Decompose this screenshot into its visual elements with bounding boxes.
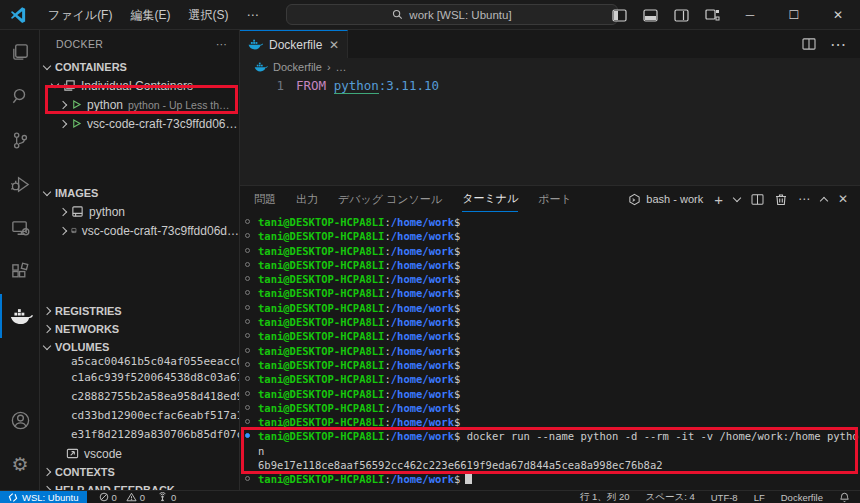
command-decoration-icon[interactable] [245, 248, 250, 253]
kill-terminal-icon[interactable] [775, 193, 787, 206]
split-editor-icon[interactable] [802, 38, 816, 50]
chevron-right-icon [59, 226, 67, 234]
command-decoration-icon[interactable] [245, 305, 250, 310]
terminal-output[interactable]: tani@DESKTOP-HCPA8LI:/home/work$tani@DES… [240, 212, 860, 491]
terminal-dropdown-icon[interactable] [733, 193, 741, 201]
toggle-sidebar-icon[interactable] [612, 9, 627, 22]
section-images[interactable]: IMAGES [40, 184, 239, 202]
indentation-status[interactable]: スペース: 4 [646, 491, 695, 503]
panel-more-icon[interactable]: ⋯ [798, 192, 810, 206]
tree-item-container-python[interactable]: python python - Up Less th… [40, 95, 239, 114]
explorer-icon[interactable] [0, 30, 40, 74]
command-decoration-icon[interactable] [245, 362, 250, 367]
tree-item-volume[interactable]: c1a6c939f520064538d8c03a67… [40, 368, 239, 387]
terminal-prompt-line: tani@DESKTOP-HCPA8LI:/home/work$ [240, 344, 860, 358]
window-maximize-button[interactable]: ☐ [772, 0, 816, 30]
panel-tab-problems[interactable]: 問題 [254, 186, 276, 212]
tree-item-volume-vscode[interactable]: vscode [40, 444, 239, 463]
remote-icon [8, 493, 18, 502]
tree-item-volume[interactable]: cd33bd12900ecfac6eabf517a10… [40, 406, 239, 425]
settings-gear-icon[interactable]: ⚙ [0, 442, 40, 486]
terminal-command-wrap-line: n [240, 444, 860, 458]
menu-file[interactable]: ファイル(F) [39, 0, 121, 30]
panel-tab-ports[interactable]: ポート [538, 186, 572, 212]
command-decoration-icon[interactable] [245, 276, 250, 281]
search-sidebar-icon[interactable] [0, 74, 40, 118]
customize-layout-icon[interactable] [705, 9, 720, 22]
image-icon [71, 224, 77, 237]
section-contexts[interactable]: CONTEXTS [40, 463, 239, 481]
command-decoration-icon[interactable] [245, 348, 250, 353]
panel-tab-debug-console[interactable]: デバッグ コンソール [338, 186, 442, 212]
window-minimize-button[interactable]: ─ [728, 0, 772, 30]
section-networks[interactable]: NETWORKS [40, 320, 239, 338]
terminal-session-label[interactable]: bash - work [628, 193, 703, 206]
breadcrumb[interactable]: Dockerfile › … [240, 58, 860, 76]
tree-item-individual-containers[interactable]: Individual Containers [40, 76, 239, 95]
command-decoration-icon[interactable] [245, 219, 250, 224]
command-decoration-icon[interactable] [245, 391, 250, 396]
cursor-position-status[interactable]: 行 1、列 20 [580, 491, 630, 503]
menu-edit[interactable]: 編集(E) [121, 0, 179, 30]
terminal-prompt-line: tani@DESKTOP-HCPA8LI:/home/work$ [240, 387, 860, 401]
toggle-secondary-sidebar-icon[interactable] [674, 9, 689, 22]
command-decoration-icon[interactable] [245, 319, 250, 324]
panel-tab-output[interactable]: 出力 [296, 186, 318, 212]
command-center-search[interactable]: work [WSL: Ubuntu] [286, 4, 618, 25]
window-close-button[interactable]: ✕ [816, 0, 860, 30]
tab-dockerfile[interactable]: Dockerfile ✕ [240, 30, 348, 58]
command-decoration-icon[interactable] [245, 262, 250, 267]
terminal-prompt-line: tani@DESKTOP-HCPA8LI:/home/work$ [240, 329, 860, 343]
editor-more-icon[interactable]: ⋯ [830, 35, 846, 54]
section-volumes[interactable]: VOLUMES [40, 338, 239, 356]
volume-icon [66, 447, 79, 460]
sidebar-more-icon[interactable]: ⋯ [216, 38, 227, 50]
remote-indicator[interactable]: WSL: Ubuntu [0, 491, 87, 503]
maximize-panel-icon[interactable] [820, 196, 828, 204]
source-control-icon[interactable] [0, 118, 40, 162]
eol-status[interactable]: LF [754, 492, 765, 503]
problems-status[interactable]: 0 0 [99, 492, 146, 503]
search-icon [392, 9, 403, 20]
run-debug-icon[interactable] [0, 162, 40, 206]
activity-bar: ⚙ [0, 30, 40, 490]
tree-item-image-python[interactable]: python [40, 202, 239, 221]
forwarded-ports-status[interactable]: 0 [157, 492, 176, 503]
account-icon[interactable] [0, 398, 40, 442]
terminal-active-prompt[interactable]: tani@DESKTOP-HCPA8LI:/home/work$ [240, 472, 860, 486]
section-registries[interactable]: REGISTRIES [40, 302, 239, 320]
new-terminal-icon[interactable]: + [714, 191, 723, 208]
split-terminal-icon[interactable] [751, 194, 764, 205]
command-decoration-icon[interactable] [245, 376, 250, 381]
tree-item-volume[interactable]: e31f8d21289a830706b85df07c… [40, 425, 239, 444]
menu-more[interactable]: ⋯ [237, 0, 267, 30]
terminal-icon [628, 193, 641, 206]
command-decoration-icon[interactable] [245, 419, 250, 424]
remote-explorer-icon[interactable] [0, 206, 40, 250]
toggle-panel-icon[interactable] [643, 9, 658, 22]
chevron-down-icon [43, 187, 51, 195]
command-decoration-icon[interactable] [245, 290, 250, 295]
tree-item-image-vsc[interactable]: vsc-code-craft-73c9ffdd06d… [40, 221, 239, 240]
errors-icon [99, 492, 109, 502]
panel-tab-terminal[interactable]: ターミナル [462, 186, 518, 212]
tree-item-volume[interactable]: c28882755b2a58ea958d418ed9… [40, 387, 239, 406]
notifications-bell-icon[interactable] [839, 492, 850, 503]
menu-selection[interactable]: 選択(S) [179, 0, 237, 30]
extensions-icon[interactable] [0, 250, 40, 294]
tree-item-container-vsc[interactable]: vsc-code-craft-73c9ffdd06… [40, 114, 239, 133]
encoding-status[interactable]: UTF-8 [711, 492, 738, 503]
terminal-prompt-line: tani@DESKTOP-HCPA8LI:/home/work$ [240, 372, 860, 386]
line-number: 1 [240, 76, 284, 95]
image-icon [71, 205, 84, 218]
language-mode-status[interactable]: Dockerfile [781, 492, 823, 503]
command-decoration-icon[interactable] [245, 333, 250, 338]
command-decoration-icon[interactable] [245, 405, 250, 410]
tree-item-volume[interactable]: a5cac00461b5c04af055eeacc0e… [40, 356, 239, 368]
section-containers[interactable]: CONTAINERS [40, 58, 239, 76]
tab-close-icon[interactable]: ✕ [329, 38, 339, 52]
command-decoration-icon[interactable] [245, 233, 250, 238]
command-decoration-icon[interactable] [245, 433, 250, 438]
close-panel-icon[interactable]: ✕ [838, 192, 848, 206]
docker-sidebar-icon[interactable] [0, 294, 40, 338]
